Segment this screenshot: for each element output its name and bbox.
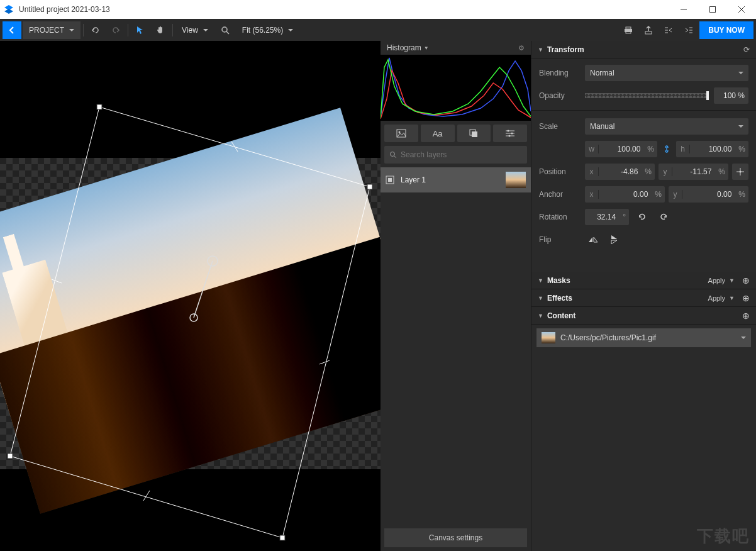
rotate-cw-button[interactable] xyxy=(655,209,672,225)
svg-point-39 xyxy=(511,133,513,135)
masks-panel-title: Masks xyxy=(547,276,570,285)
buy-now-button[interactable]: BUY NOW xyxy=(699,21,753,39)
svg-rect-3 xyxy=(710,7,716,13)
canvas-viewport[interactable] xyxy=(0,41,381,551)
properties-panel: ▼ Transform ⟳ Blending Normal Opacity 10… xyxy=(531,41,756,551)
pos-y-value: -11.57 xyxy=(672,167,715,176)
flip-horizontal-button[interactable] xyxy=(585,231,601,248)
panel-toggle-right-button[interactable] xyxy=(679,21,698,39)
svg-line-26 xyxy=(143,491,150,501)
undo-button[interactable] xyxy=(86,21,105,39)
chevron-down-icon: ▼ xyxy=(538,47,543,53)
search-icon xyxy=(389,151,397,159)
svg-point-32 xyxy=(398,131,400,133)
opacity-slider[interactable] xyxy=(585,87,709,104)
position-y-input[interactable]: y-11.57% xyxy=(659,164,728,180)
scale-height-input[interactable]: h100.00% xyxy=(676,141,748,157)
layer-item[interactable]: Layer 1 xyxy=(381,167,531,192)
anchor-y-input[interactable]: y0.00% xyxy=(669,186,748,203)
zoom-icon xyxy=(216,21,235,39)
transform-panel-header[interactable]: ▼ Transform ⟳ xyxy=(531,41,756,58)
canvas-settings-label: Canvas settings xyxy=(429,533,482,542)
effects-panel-header[interactable]: ▼ Effects Apply▼ ⊕ xyxy=(531,289,756,307)
window-titlebar: Untitled project 2021-03-13 xyxy=(0,0,756,19)
export-button[interactable] xyxy=(639,21,658,39)
link-scale-icon[interactable] xyxy=(661,141,672,157)
content-file-row[interactable]: C:/Users/pc/Pictures/Pic1.gif xyxy=(536,328,751,347)
anchor-y-value: 0.00 xyxy=(682,190,735,199)
pointer-tool-button[interactable] xyxy=(131,21,150,39)
svg-point-6 xyxy=(222,27,227,32)
search-layers-input[interactable] xyxy=(384,146,527,164)
redo-button[interactable] xyxy=(106,21,125,39)
flip-vertical-button[interactable] xyxy=(606,231,623,248)
layer-thumbnail xyxy=(506,172,526,188)
position-x-input[interactable]: x-4.86% xyxy=(585,164,655,180)
content-thumbnail xyxy=(542,332,555,343)
anchor-x-input[interactable]: x0.00% xyxy=(585,186,665,203)
svg-point-38 xyxy=(508,130,509,132)
add-mask-layer-button[interactable] xyxy=(457,125,491,142)
transform-panel-body: Blending Normal Opacity 100 % Scale Manu… xyxy=(531,58,756,260)
canvas-settings-button[interactable]: Canvas settings xyxy=(384,528,527,547)
add-text-layer-button[interactable]: Aa xyxy=(421,125,455,142)
main-toolbar: PROJECT View Fit (56.25%) BUY NOW xyxy=(0,19,756,41)
svg-line-7 xyxy=(226,31,229,34)
text-layer-icon-label: Aa xyxy=(433,129,443,138)
hand-tool-button[interactable] xyxy=(151,21,170,39)
project-menu-button[interactable]: PROJECT xyxy=(23,21,81,39)
masks-panel-header[interactable]: ▼ Masks Apply▼ ⊕ xyxy=(531,272,756,289)
effects-apply-label[interactable]: Apply xyxy=(708,294,726,302)
add-content-icon[interactable]: ⊕ xyxy=(742,311,750,321)
watermark-text: 下载吧 xyxy=(697,525,750,547)
blending-mode-value: Normal xyxy=(590,69,614,77)
svg-point-41 xyxy=(391,152,395,157)
layer-visibility-icon[interactable] xyxy=(386,175,394,184)
blending-mode-dropdown[interactable]: Normal xyxy=(585,65,748,81)
transform-panel-title: Transform xyxy=(547,45,584,54)
scale-mode-dropdown[interactable]: Manual xyxy=(585,118,748,135)
app-logo-icon xyxy=(4,4,14,14)
add-image-layer-button[interactable] xyxy=(384,125,418,142)
panel-toggle-left-button[interactable] xyxy=(659,21,678,39)
chevron-down-icon: ▼ xyxy=(538,313,543,319)
content-file-path: C:/Users/pc/Pictures/Pic1.gif xyxy=(560,333,656,342)
opacity-value[interactable]: 100 % xyxy=(714,87,748,104)
zoom-level-label: Fit (56.25%) xyxy=(242,26,283,35)
svg-rect-44 xyxy=(388,178,392,182)
zoom-level-button[interactable]: Fit (56.25%) xyxy=(236,21,299,39)
add-adjustment-layer-button[interactable] xyxy=(493,125,527,142)
back-button[interactable] xyxy=(3,21,21,39)
chevron-down-icon: ▼ xyxy=(538,277,543,284)
chevron-down-icon: ▼ xyxy=(538,295,543,301)
search-layers-field[interactable] xyxy=(401,150,522,159)
svg-point-40 xyxy=(509,135,511,137)
rotation-input[interactable]: 32.14° xyxy=(585,209,629,225)
window-minimize-button[interactable] xyxy=(669,0,698,19)
svg-point-47 xyxy=(740,171,742,173)
masks-apply-label[interactable]: Apply xyxy=(708,277,726,284)
window-title: Untitled project 2021-03-13 xyxy=(19,5,669,14)
svg-rect-11 xyxy=(645,31,652,34)
rotate-ccw-button[interactable] xyxy=(634,209,650,225)
scale-mode-value: Manual xyxy=(590,122,614,131)
add-mask-icon[interactable]: ⊕ xyxy=(742,276,750,286)
scale-h-value: 100.00 xyxy=(690,145,735,153)
content-panel-header[interactable]: ▼ Content ⊕ xyxy=(531,307,756,325)
window-close-button[interactable] xyxy=(727,0,756,19)
svg-rect-19 xyxy=(97,104,102,109)
window-maximize-button[interactable] xyxy=(698,0,727,19)
scale-width-input[interactable]: w100.00% xyxy=(585,141,657,157)
layers-panel: Histogram ▼ Aa Layer 1 Canvas s xyxy=(381,41,531,551)
position-anchor-picker[interactable] xyxy=(732,164,748,180)
buy-now-label: BUY NOW xyxy=(708,26,745,35)
add-effect-icon[interactable]: ⊕ xyxy=(742,293,750,303)
print-button[interactable] xyxy=(619,21,638,39)
svg-rect-8 xyxy=(626,27,631,29)
blending-label: Blending xyxy=(539,69,580,77)
project-menu-label: PROJECT xyxy=(29,26,64,35)
histogram-header[interactable]: Histogram ▼ xyxy=(381,41,531,55)
view-menu-button[interactable]: View xyxy=(175,21,214,39)
reset-transform-icon[interactable]: ⟳ xyxy=(743,45,750,54)
layer-name: Layer 1 xyxy=(401,175,426,184)
